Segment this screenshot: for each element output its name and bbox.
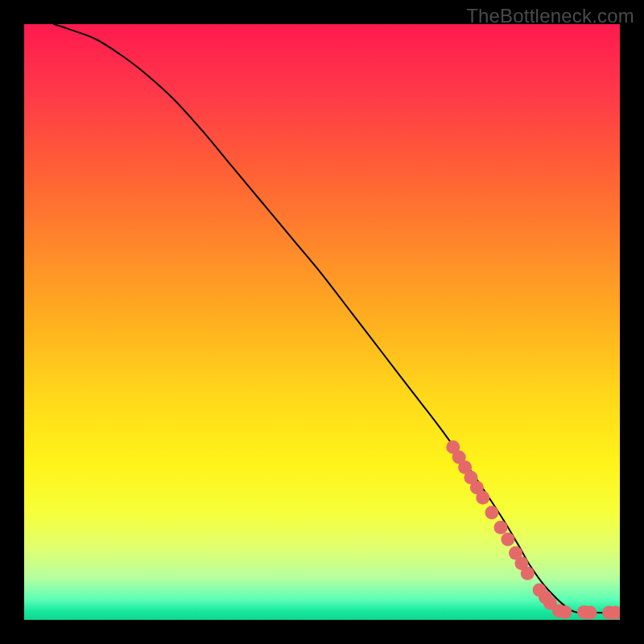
data-marker <box>521 567 535 580</box>
data-marker <box>485 506 498 519</box>
data-marker <box>584 606 597 620</box>
data-marker <box>558 605 572 619</box>
data-marker <box>494 521 508 535</box>
plot-area <box>24 24 620 620</box>
chart-stage: TheBottleneck.com <box>0 0 644 644</box>
data-marker <box>476 491 489 505</box>
gradient-background <box>24 24 620 620</box>
plot-svg <box>24 24 620 620</box>
data-marker <box>501 533 514 547</box>
